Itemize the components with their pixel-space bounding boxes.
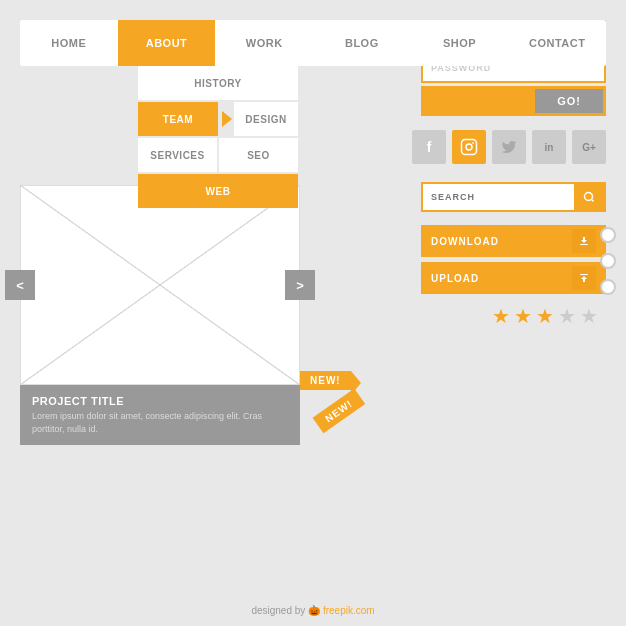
slider-border bbox=[20, 185, 300, 385]
svg-rect-5 bbox=[580, 244, 588, 245]
instagram-icon[interactable] bbox=[452, 130, 486, 164]
download-label: DOWNLOAD bbox=[431, 236, 499, 247]
dropdown-history[interactable]: HISTORY bbox=[138, 66, 298, 100]
star-4[interactable]: ★ bbox=[558, 304, 576, 328]
nav-contact[interactable]: CONTACT bbox=[508, 20, 606, 66]
slider-prev-button[interactable]: < bbox=[5, 270, 35, 300]
svg-point-2 bbox=[472, 142, 474, 144]
dropdown-menu: HISTORY TEAM DESIGN SERVICES SEO WEB bbox=[138, 66, 298, 210]
upload-label: UPLOAD bbox=[431, 273, 479, 284]
dropdown-web[interactable]: WEB bbox=[138, 174, 298, 208]
nav-bar: HOME ABOUT WORK BLOG SHOP CONTACT bbox=[20, 20, 606, 66]
star-1[interactable]: ★ bbox=[492, 304, 510, 328]
nav-shop[interactable]: SHOP bbox=[411, 20, 509, 66]
slider-image: < > bbox=[20, 185, 300, 385]
footer-emoji: 🎃 bbox=[308, 605, 323, 616]
search-button[interactable] bbox=[574, 184, 604, 210]
svg-rect-0 bbox=[462, 140, 477, 155]
radio-1[interactable] bbox=[600, 227, 616, 243]
nav-work[interactable]: WORK bbox=[215, 20, 313, 66]
upload-button[interactable]: UPLOAD bbox=[421, 262, 606, 294]
footer-text: designed by bbox=[251, 605, 305, 616]
svg-rect-6 bbox=[580, 274, 588, 275]
download-button[interactable]: DOWNLOAD bbox=[421, 225, 606, 257]
go-button[interactable]: GO! bbox=[535, 89, 603, 113]
nav-about[interactable]: ABOUT bbox=[118, 20, 216, 66]
nav-home[interactable]: HOME bbox=[20, 20, 118, 66]
slider-text: Lorem ipsum dolor sit amet, consecte adi… bbox=[32, 410, 288, 435]
dropdown-services[interactable]: SERVICES bbox=[138, 138, 217, 172]
social-icons: f in G+ bbox=[412, 130, 606, 164]
radio-group bbox=[600, 227, 616, 295]
footer-brand[interactable]: freepik.com bbox=[323, 605, 375, 616]
search-bar bbox=[421, 182, 606, 212]
svg-line-4 bbox=[591, 199, 593, 201]
badge-new-1: NEW! bbox=[300, 371, 351, 390]
action-buttons: DOWNLOAD UPLOAD bbox=[421, 225, 606, 299]
footer: designed by 🎃 freepik.com bbox=[0, 605, 626, 616]
slider-placeholder bbox=[20, 185, 300, 385]
slider: < > PROJECT TITLE Lorem ipsum dolor sit … bbox=[20, 185, 300, 445]
facebook-icon[interactable]: f bbox=[412, 130, 446, 164]
badges-area: NEW! NEW! bbox=[300, 370, 390, 435]
svg-point-1 bbox=[466, 144, 472, 150]
download-icon bbox=[572, 229, 596, 253]
login-go-row: GO! bbox=[421, 86, 606, 116]
star-2[interactable]: ★ bbox=[514, 304, 532, 328]
slider-next-button[interactable]: > bbox=[285, 270, 315, 300]
linkedin-icon[interactable]: in bbox=[532, 130, 566, 164]
radio-2[interactable] bbox=[600, 253, 616, 269]
dropdown-team[interactable]: TEAM bbox=[138, 102, 218, 136]
search-input[interactable] bbox=[423, 184, 574, 210]
twitter-icon[interactable] bbox=[492, 130, 526, 164]
svg-point-3 bbox=[585, 193, 593, 201]
dropdown-design[interactable]: DESIGN bbox=[234, 102, 298, 136]
dropdown-seo[interactable]: SEO bbox=[219, 138, 298, 172]
slider-caption: PROJECT TITLE Lorem ipsum dolor sit amet… bbox=[20, 385, 300, 445]
radio-3[interactable] bbox=[600, 279, 616, 295]
googleplus-icon[interactable]: G+ bbox=[572, 130, 606, 164]
nav-blog[interactable]: BLOG bbox=[313, 20, 411, 66]
star-3[interactable]: ★ bbox=[536, 304, 554, 328]
star-5[interactable]: ★ bbox=[580, 304, 598, 328]
badge-new-2: NEW! bbox=[313, 389, 365, 434]
slider-title: PROJECT TITLE bbox=[32, 395, 288, 407]
rating-stars: ★ ★ ★ ★ ★ bbox=[492, 304, 598, 328]
upload-icon bbox=[572, 266, 596, 290]
dropdown-arrow bbox=[222, 111, 232, 127]
